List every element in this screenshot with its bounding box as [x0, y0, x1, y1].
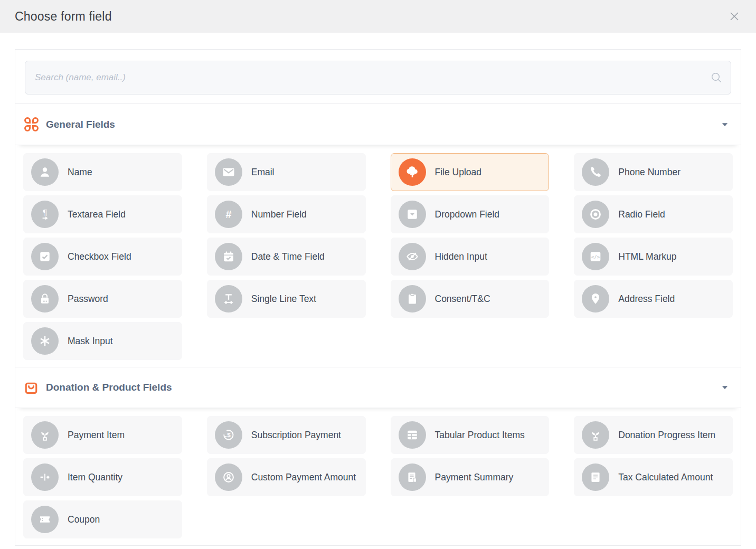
field-tile[interactable]: Tax Calculated Amount	[574, 458, 733, 496]
ticket-icon	[31, 506, 59, 533]
field-section: Donation & Product Fields Payment Item $…	[15, 367, 741, 545]
pilcrow-icon: ¶	[31, 201, 59, 228]
field-tile[interactable]: Phone Number	[574, 153, 733, 191]
text-width-icon	[215, 285, 242, 313]
field-tile[interactable]: Coupon	[23, 500, 182, 538]
section-header[interactable]: Donation & Product Fields	[15, 367, 741, 408]
receipt-icon	[582, 463, 609, 491]
clover-icon	[23, 117, 39, 132]
table-icon	[399, 421, 426, 449]
code-icon: </>	[582, 243, 609, 270]
chevron-down-icon[interactable]	[721, 383, 729, 392]
field-tile[interactable]: Custom Payment Amount	[207, 458, 366, 496]
svg-text:¶: ¶	[42, 208, 48, 217]
field-tile[interactable]: Hidden Input	[391, 238, 550, 276]
dollar-refresh-icon: $	[215, 421, 242, 449]
map-pin-icon	[582, 285, 609, 313]
field-tile[interactable]: Name	[23, 153, 182, 191]
field-grid: Payment Item $ Subscription Payment Tabu…	[15, 408, 741, 545]
close-icon[interactable]	[727, 10, 741, 23]
field-tile[interactable]: Dropdown Field	[391, 195, 550, 233]
lock-icon	[31, 285, 59, 313]
section-header[interactable]: General Fields	[15, 104, 741, 145]
field-tile[interactable]: Consent/T&C	[391, 280, 550, 318]
svg-text:$: $	[227, 431, 231, 438]
modal-header: Choose form field	[0, 0, 756, 33]
hash-icon: #	[215, 201, 242, 228]
quantity-icon	[31, 463, 59, 491]
field-grid: Name Email File Upload Phone Number ¶ Te…	[15, 145, 741, 367]
field-tile[interactable]: Checkbox Field	[23, 238, 182, 276]
field-tile[interactable]: Date & Time Field	[207, 238, 366, 276]
field-picker-panel: General Fields Name Email File Upload Ph…	[15, 49, 741, 546]
cloud-upload-icon	[399, 158, 426, 186]
field-tile[interactable]: Radio Field	[574, 195, 733, 233]
person-icon	[31, 158, 59, 186]
field-tile[interactable]: File Upload	[391, 153, 550, 191]
field-tile[interactable]: Single Line Text	[207, 280, 366, 318]
field-section: General Fields Name Email File Upload Ph…	[15, 104, 741, 367]
field-tile[interactable]: Address Field	[574, 280, 733, 318]
seedling-icon	[582, 421, 609, 449]
calendar-check-icon	[215, 243, 242, 270]
field-tile[interactable]: Payment Summary	[391, 458, 550, 496]
radio-icon	[582, 201, 609, 228]
field-tile[interactable]: Payment Item	[23, 416, 182, 454]
svg-text:</>: </>	[591, 254, 600, 260]
clipboard-icon	[399, 285, 426, 313]
eye-off-icon	[399, 243, 426, 270]
field-tile[interactable]: # Number Field	[207, 195, 366, 233]
envelope-icon	[215, 158, 242, 186]
asterisk-icon	[31, 327, 59, 355]
field-tile[interactable]: Password	[23, 280, 182, 318]
field-tile[interactable]: $ Subscription Payment	[207, 416, 366, 454]
chevron-down-icon[interactable]	[721, 120, 729, 129]
field-tile[interactable]: Donation Progress Item	[574, 416, 733, 454]
user-circle-icon	[215, 463, 242, 491]
invoice-icon	[399, 463, 426, 491]
search-input[interactable]	[25, 61, 731, 94]
field-tile[interactable]: </> HTML Markup	[574, 238, 733, 276]
shopping-bag-icon	[23, 380, 39, 395]
dropdown-caret-icon	[399, 201, 426, 228]
search-bar	[15, 50, 741, 104]
seedling-icon	[31, 421, 59, 449]
field-tile[interactable]: Tabular Product Items	[391, 416, 550, 454]
svg-text:#: #	[225, 209, 231, 220]
field-tile[interactable]: Item Quantity	[23, 458, 182, 496]
search-icon	[710, 71, 723, 84]
checkbox-icon	[31, 243, 59, 270]
modal-title: Choose form field	[15, 10, 112, 24]
phone-icon	[582, 158, 609, 186]
field-tile[interactable]: Mask Input	[23, 322, 182, 360]
field-tile[interactable]: Email	[207, 153, 366, 191]
field-tile[interactable]: ¶ Textarea Field	[23, 195, 182, 233]
